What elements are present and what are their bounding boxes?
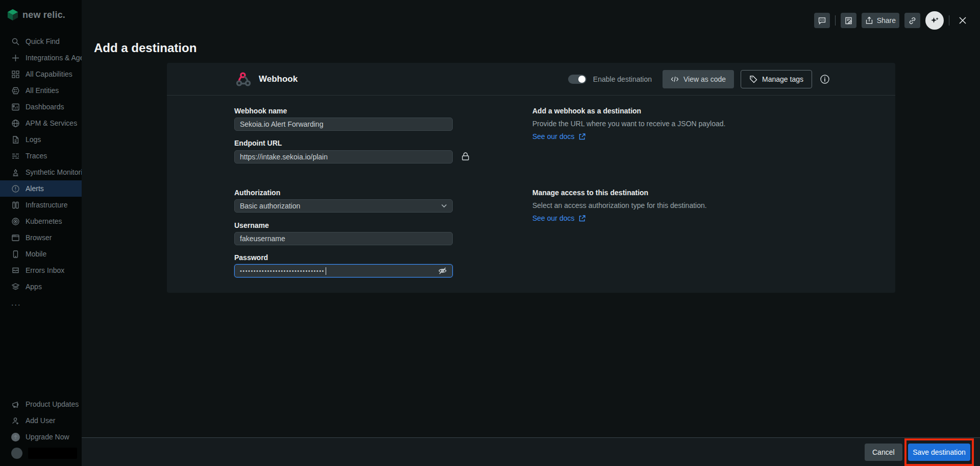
plus-icon: [11, 54, 20, 62]
copy-link-button[interactable]: [904, 13, 920, 28]
sidebar-item-quick-find[interactable]: Quick Find: [0, 33, 82, 50]
code-icon: [671, 76, 679, 83]
see-our-docs-link[interactable]: See our docs: [532, 214, 586, 222]
help-webhook-title: Add a webhook as a destination: [532, 107, 641, 115]
endpoint-url-label: Endpoint URL: [234, 139, 282, 147]
sidebar-item-label: Traces: [26, 152, 47, 160]
username-input[interactable]: [234, 232, 453, 245]
sidebar-item-label: All Entities: [26, 86, 59, 95]
sidebar-item-all-entities[interactable]: All Entities: [0, 82, 82, 99]
sidebar-item-product-updates[interactable]: Product Updates: [0, 396, 82, 412]
comment-icon: [818, 16, 826, 25]
see-our-docs-label: See our docs: [532, 132, 575, 141]
hide-password-icon[interactable]: [438, 266, 447, 275]
sidebar-item-browser[interactable]: Browser: [0, 229, 82, 246]
tag-icon: [749, 75, 757, 83]
sidebar-item-label: Quick Find: [26, 37, 60, 45]
info-button[interactable]: [819, 73, 831, 85]
password-input[interactable]: •••••••••••••••••••••••••••••••: [234, 264, 453, 277]
entities-icon: [11, 86, 20, 95]
username-label: Username: [234, 221, 269, 229]
webhook-name-label: Webhook name: [234, 107, 287, 115]
sidebar-item-account[interactable]: [0, 445, 82, 461]
enable-destination-label: Enable destination: [593, 75, 652, 83]
sidebar-item-alerts[interactable]: Alerts: [0, 180, 82, 197]
sidebar-item-more[interactable]: ...: [0, 295, 82, 311]
view-as-code-button[interactable]: View as code: [663, 70, 734, 88]
see-our-docs-label: See our docs: [532, 214, 575, 222]
sidebar-item-errors-inbox[interactable]: Errors Inbox: [0, 262, 82, 278]
notes-button[interactable]: [841, 13, 856, 28]
new-relic-logo[interactable]: new relic.: [0, 0, 82, 22]
ai-assistant-button[interactable]: [925, 11, 944, 30]
sidebar-item-label: Apps: [26, 283, 42, 291]
feedback-button[interactable]: [814, 13, 830, 28]
browser-icon: [11, 234, 20, 242]
close-button[interactable]: [954, 13, 971, 28]
external-link-icon: [578, 215, 586, 222]
sidebar-item-mobile[interactable]: Mobile: [0, 246, 82, 262]
avatar: [11, 448, 22, 459]
sidebar-item-integrations-agents[interactable]: Integrations & Agents: [0, 50, 82, 66]
authorization-select[interactable]: Basic authorization: [234, 199, 453, 213]
sidebar-item-label: Alerts: [26, 184, 44, 193]
sidebar-item-apps[interactable]: Apps: [0, 278, 82, 295]
bottom-action-bar: Cancel Save destination: [82, 437, 980, 466]
add-user-icon: [11, 416, 20, 425]
external-link-icon: [578, 133, 586, 141]
save-destination-button[interactable]: Save destination: [908, 444, 970, 461]
share-button[interactable]: Share: [862, 13, 899, 28]
manage-tags-button[interactable]: Manage tags: [741, 70, 812, 88]
card-title: Webhook: [259, 74, 298, 84]
document-edit-icon: [844, 16, 853, 25]
toolbar-divider: [949, 15, 949, 26]
sidebar-item-logs[interactable]: Logs: [0, 131, 82, 148]
cancel-button[interactable]: Cancel: [865, 444, 902, 461]
sidebar-item-synthetic-monitoring[interactable]: Synthetic Monitoring: [0, 164, 82, 180]
text-cursor: [326, 267, 326, 275]
infrastructure-icon: [11, 201, 20, 209]
sidebar-item-traces[interactable]: Traces: [0, 148, 82, 164]
sidebar-item-infrastructure[interactable]: Infrastructure: [0, 197, 82, 213]
see-our-docs-link[interactable]: See our docs: [532, 132, 586, 141]
page-title: Add a destination: [94, 41, 197, 55]
link-icon: [908, 16, 917, 25]
sparkles-icon: [930, 16, 940, 26]
dashboard-icon: [11, 103, 20, 111]
sidebar-item-all-capabilities[interactable]: All Capabilities: [0, 66, 82, 82]
sidebar-item-apm-services[interactable]: APM & Services: [0, 115, 82, 131]
alert-icon: [11, 184, 20, 193]
sidebar-item-add-user[interactable]: Add User: [0, 412, 82, 429]
toolbar-divider: [835, 15, 836, 26]
enable-destination-toggle[interactable]: [568, 75, 586, 84]
sidebar-item-kubernetes[interactable]: Kubernetes: [0, 213, 82, 229]
inbox-icon: [11, 266, 20, 275]
webhook-name-input[interactable]: [234, 118, 453, 131]
kubernetes-icon: [11, 217, 20, 226]
ellipsis-icon: ...: [11, 298, 21, 308]
endpoint-url-input[interactable]: [234, 150, 453, 164]
sidebar-item-upgrade-now[interactable]: Upgrade Now: [0, 429, 82, 445]
sidebar-item-label: Dashboards: [26, 103, 64, 111]
sidebar-item-label: APM & Services: [26, 119, 77, 127]
sidebar-item-dashboards[interactable]: Dashboards: [0, 99, 82, 115]
help-access-title: Manage access to this destination: [532, 189, 648, 197]
monitor-icon: [11, 168, 20, 177]
webhook-icon: [234, 70, 253, 88]
account-name-redacted: [28, 448, 77, 459]
lock-icon: [460, 151, 471, 161]
search-icon: [11, 37, 20, 46]
destination-card: Webhook Enable destination View as code …: [167, 63, 895, 293]
apps-icon: [11, 283, 20, 291]
save-destination-highlight-box: Save destination: [904, 438, 974, 466]
logo-text: new relic.: [22, 10, 65, 20]
sidebar-item-label: All Capabilities: [26, 70, 72, 78]
view-as-code-label: View as code: [683, 75, 726, 83]
sidebar-item-label: Add User: [26, 416, 55, 425]
toggle-knob: [578, 76, 585, 83]
grid-icon: [11, 70, 20, 79]
share-icon: [865, 16, 873, 25]
sidebar-item-label: Synthetic Monitoring: [26, 168, 82, 176]
sidebar-item-label: Logs: [26, 135, 41, 144]
sidebar-item-label: Browser: [26, 234, 52, 242]
